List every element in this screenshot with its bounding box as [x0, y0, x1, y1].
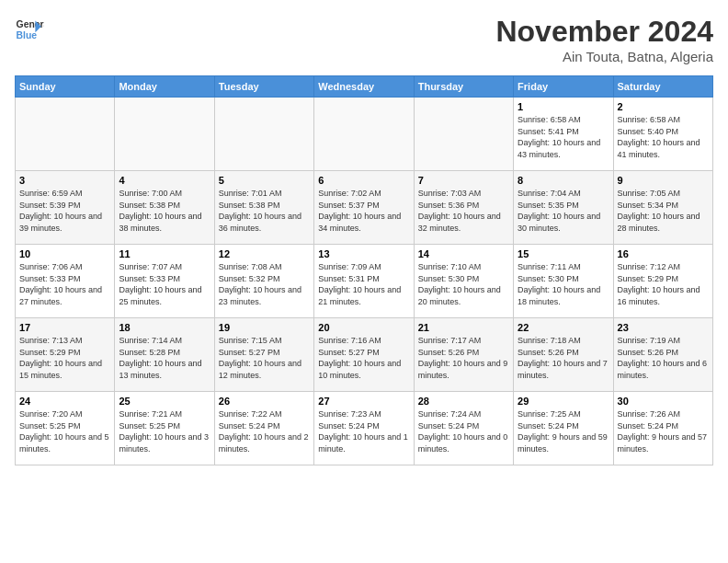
calendar-cell — [214, 98, 313, 171]
week-row-3: 10Sunrise: 7:06 AM Sunset: 5:33 PM Dayli… — [16, 245, 713, 318]
day-info: Sunrise: 7:00 AM Sunset: 5:38 PM Dayligh… — [119, 188, 210, 234]
day-number: 21 — [418, 322, 509, 333]
calendar-cell: 16Sunrise: 7:12 AM Sunset: 5:29 PM Dayli… — [613, 245, 712, 318]
calendar-cell: 17Sunrise: 7:13 AM Sunset: 5:29 PM Dayli… — [16, 318, 115, 392]
calendar-cell: 28Sunrise: 7:24 AM Sunset: 5:24 PM Dayli… — [414, 392, 513, 465]
calendar-cell: 8Sunrise: 7:04 AM Sunset: 5:35 PM Daylig… — [514, 171, 613, 245]
weekday-header-tuesday: Tuesday — [214, 76, 313, 98]
weekday-header-friday: Friday — [514, 76, 613, 98]
day-info: Sunrise: 7:24 AM Sunset: 5:24 PM Dayligh… — [418, 408, 509, 454]
calendar-cell: 22Sunrise: 7:18 AM Sunset: 5:26 PM Dayli… — [514, 318, 613, 392]
day-info: Sunrise: 6:58 AM Sunset: 5:41 PM Dayligh… — [518, 114, 609, 160]
weekday-header-saturday: Saturday — [613, 76, 712, 98]
day-number: 10 — [19, 248, 110, 259]
day-number: 13 — [318, 248, 409, 259]
day-number: 2 — [618, 101, 709, 112]
calendar-cell: 29Sunrise: 7:25 AM Sunset: 5:24 PM Dayli… — [514, 392, 613, 465]
day-info: Sunrise: 7:14 AM Sunset: 5:28 PM Dayligh… — [119, 335, 210, 381]
calendar-cell: 1Sunrise: 6:58 AM Sunset: 5:41 PM Daylig… — [514, 98, 613, 171]
day-number: 15 — [518, 248, 609, 259]
day-number: 22 — [518, 322, 609, 333]
day-info: Sunrise: 7:07 AM Sunset: 5:33 PM Dayligh… — [119, 261, 210, 307]
calendar-cell: 9Sunrise: 7:05 AM Sunset: 5:34 PM Daylig… — [613, 171, 712, 245]
day-number: 4 — [119, 175, 210, 186]
calendar-cell — [414, 98, 513, 171]
day-info: Sunrise: 7:02 AM Sunset: 5:37 PM Dayligh… — [318, 188, 409, 234]
day-number: 14 — [418, 248, 509, 259]
location: Ain Touta, Batna, Algeria — [495, 49, 713, 64]
calendar-cell: 23Sunrise: 7:19 AM Sunset: 5:26 PM Dayli… — [613, 318, 712, 392]
day-number: 20 — [318, 322, 409, 333]
day-number: 17 — [19, 322, 110, 333]
day-number: 26 — [219, 396, 310, 407]
logo: General Blue — [15, 15, 44, 44]
day-number: 18 — [119, 322, 210, 333]
day-info: Sunrise: 6:59 AM Sunset: 5:39 PM Dayligh… — [19, 188, 110, 234]
day-info: Sunrise: 7:19 AM Sunset: 5:26 PM Dayligh… — [618, 335, 709, 381]
day-info: Sunrise: 7:03 AM Sunset: 5:36 PM Dayligh… — [418, 188, 509, 234]
calendar-cell: 6Sunrise: 7:02 AM Sunset: 5:37 PM Daylig… — [314, 171, 414, 245]
svg-text:General: General — [17, 19, 44, 29]
calendar-cell: 19Sunrise: 7:15 AM Sunset: 5:27 PM Dayli… — [214, 318, 313, 392]
day-number: 6 — [318, 175, 409, 186]
logo-icon: General Blue — [15, 15, 44, 44]
title-block: November 2024 Ain Touta, Batna, Algeria — [495, 15, 713, 64]
weekday-header-thursday: Thursday — [414, 76, 513, 98]
day-info: Sunrise: 7:25 AM Sunset: 5:24 PM Dayligh… — [518, 408, 609, 454]
svg-text:Blue: Blue — [17, 30, 38, 40]
calendar-cell: 20Sunrise: 7:16 AM Sunset: 5:27 PM Dayli… — [314, 318, 414, 392]
day-number: 19 — [219, 322, 310, 333]
weekday-header-monday: Monday — [115, 76, 214, 98]
day-info: Sunrise: 7:01 AM Sunset: 5:38 PM Dayligh… — [219, 188, 310, 234]
day-info: Sunrise: 7:15 AM Sunset: 5:27 PM Dayligh… — [219, 335, 310, 381]
day-number: 16 — [618, 248, 709, 259]
calendar-cell — [115, 98, 214, 171]
day-number: 25 — [119, 396, 210, 407]
day-number: 1 — [518, 101, 609, 112]
day-number: 11 — [119, 248, 210, 259]
day-number: 7 — [418, 175, 509, 186]
calendar-cell: 7Sunrise: 7:03 AM Sunset: 5:36 PM Daylig… — [414, 171, 513, 245]
day-info: Sunrise: 7:16 AM Sunset: 5:27 PM Dayligh… — [318, 335, 409, 381]
day-info: Sunrise: 7:26 AM Sunset: 5:24 PM Dayligh… — [618, 408, 709, 454]
day-info: Sunrise: 7:08 AM Sunset: 5:32 PM Dayligh… — [219, 261, 310, 307]
day-info: Sunrise: 6:58 AM Sunset: 5:40 PM Dayligh… — [618, 114, 709, 160]
month-title: November 2024 — [495, 15, 713, 49]
calendar-cell: 4Sunrise: 7:00 AM Sunset: 5:38 PM Daylig… — [115, 171, 214, 245]
week-row-2: 3Sunrise: 6:59 AM Sunset: 5:39 PM Daylig… — [16, 171, 713, 245]
calendar-cell: 21Sunrise: 7:17 AM Sunset: 5:26 PM Dayli… — [414, 318, 513, 392]
weekday-header-sunday: Sunday — [16, 76, 115, 98]
day-info: Sunrise: 7:06 AM Sunset: 5:33 PM Dayligh… — [19, 261, 110, 307]
day-info: Sunrise: 7:20 AM Sunset: 5:25 PM Dayligh… — [19, 408, 110, 454]
day-number: 3 — [19, 175, 110, 186]
day-info: Sunrise: 7:04 AM Sunset: 5:35 PM Dayligh… — [518, 188, 609, 234]
calendar-cell: 10Sunrise: 7:06 AM Sunset: 5:33 PM Dayli… — [16, 245, 115, 318]
day-info: Sunrise: 7:12 AM Sunset: 5:29 PM Dayligh… — [618, 261, 709, 307]
calendar-cell: 5Sunrise: 7:01 AM Sunset: 5:38 PM Daylig… — [214, 171, 313, 245]
day-number: 9 — [618, 175, 709, 186]
weekday-header-wednesday: Wednesday — [314, 76, 414, 98]
week-row-1: 1Sunrise: 6:58 AM Sunset: 5:41 PM Daylig… — [16, 98, 713, 171]
day-info: Sunrise: 7:05 AM Sunset: 5:34 PM Dayligh… — [618, 188, 709, 234]
calendar-cell: 27Sunrise: 7:23 AM Sunset: 5:24 PM Dayli… — [314, 392, 414, 465]
page-header: General Blue November 2024 Ain Touta, Ba… — [15, 15, 713, 64]
day-info: Sunrise: 7:10 AM Sunset: 5:30 PM Dayligh… — [418, 261, 509, 307]
day-number: 24 — [19, 396, 110, 407]
day-number: 28 — [418, 396, 509, 407]
day-number: 27 — [318, 396, 409, 407]
calendar-cell: 3Sunrise: 6:59 AM Sunset: 5:39 PM Daylig… — [16, 171, 115, 245]
day-info: Sunrise: 7:11 AM Sunset: 5:30 PM Dayligh… — [518, 261, 609, 307]
calendar-cell: 24Sunrise: 7:20 AM Sunset: 5:25 PM Dayli… — [16, 392, 115, 465]
day-info: Sunrise: 7:13 AM Sunset: 5:29 PM Dayligh… — [19, 335, 110, 381]
day-info: Sunrise: 7:17 AM Sunset: 5:26 PM Dayligh… — [418, 335, 509, 381]
weekday-header-row: SundayMondayTuesdayWednesdayThursdayFrid… — [16, 76, 713, 98]
day-info: Sunrise: 7:21 AM Sunset: 5:25 PM Dayligh… — [119, 408, 210, 454]
calendar-cell: 11Sunrise: 7:07 AM Sunset: 5:33 PM Dayli… — [115, 245, 214, 318]
calendar-cell: 30Sunrise: 7:26 AM Sunset: 5:24 PM Dayli… — [613, 392, 712, 465]
day-number: 23 — [618, 322, 709, 333]
day-number: 12 — [219, 248, 310, 259]
calendar-cell — [314, 98, 414, 171]
day-info: Sunrise: 7:23 AM Sunset: 5:24 PM Dayligh… — [318, 408, 409, 454]
calendar-cell: 15Sunrise: 7:11 AM Sunset: 5:30 PM Dayli… — [514, 245, 613, 318]
calendar-cell: 18Sunrise: 7:14 AM Sunset: 5:28 PM Dayli… — [115, 318, 214, 392]
